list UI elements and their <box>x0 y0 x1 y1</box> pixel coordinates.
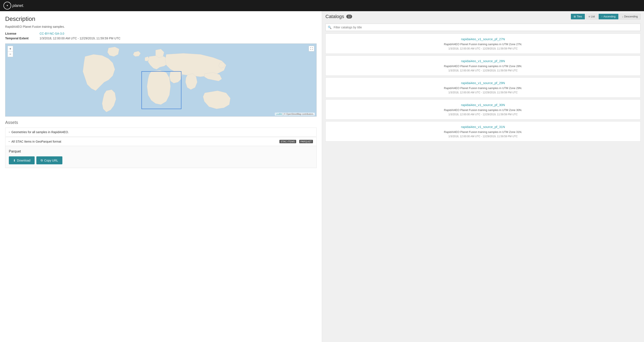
ascending-sort-button[interactable]: ↑ Ascending <box>598 14 618 19</box>
asset-badge-stac-items: STAC-ITEMS <box>280 140 296 143</box>
catalog-card-title[interactable]: rapidai4eo_v1_source_pf_29N <box>330 81 636 85</box>
catalog-card-title[interactable]: rapidai4eo_v1_source_pf_31N <box>330 125 636 129</box>
catalogs-list: rapidai4eo_v1_source_pf_27N RapidAI4EO P… <box>322 34 644 145</box>
catalog-card-title[interactable]: rapidai4eo_v1_source_pf_30N <box>330 103 636 107</box>
copy-url-button[interactable]: ⧉ Copy URL <box>36 156 62 164</box>
download-icon: ⬇ <box>13 159 16 162</box>
description-text: RapidAI4EO Planet Fusion training sample… <box>5 25 316 28</box>
catalog-card-desc: RapidAI4EO Planet Fusion training sample… <box>330 108 636 112</box>
logo-text: planet. <box>12 4 24 8</box>
logo[interactable]: ✦ planet. <box>4 2 24 10</box>
catalog-card-desc: RapidAI4EO Planet Fusion training sample… <box>330 130 636 134</box>
map-fullscreen-button[interactable]: ⛶ <box>309 46 314 52</box>
asset-item-2: › All STAC Items in GeoParquet format ST… <box>5 137 316 168</box>
assets-title: Assets <box>5 120 316 125</box>
app-header: ✦ planet. <box>0 0 644 11</box>
map-zoom-controls: + − <box>8 46 13 57</box>
catalogs-count-badge: 12 <box>346 15 352 18</box>
temporal-extent-value: 1/3/2018, 12:00:00 AM UTC - 12/29/2019, … <box>40 36 120 40</box>
temporal-extent-label: Temporal Extent <box>5 36 40 40</box>
asset-chevron-2: › <box>8 141 11 142</box>
leaflet-link[interactable]: Leaflet <box>276 113 282 115</box>
asset-chevron-1: › <box>9 130 10 134</box>
view-controls: ⊞ Tiles ≡ List ↑ Ascending ↓ Descending <box>571 14 640 19</box>
license-row: License CC-BY-NC-SA-3.0 <box>5 32 316 35</box>
catalog-card-date: 1/3/2018, 12:00:00 AM UTC - 12/29/2019, … <box>330 135 636 138</box>
catalog-card-date: 1/3/2018, 12:00:00 AM UTC - 12/29/2019, … <box>330 47 636 50</box>
catalogs-title-area: Catalogs 12 <box>326 14 352 19</box>
catalog-card[interactable]: rapidai4eo_v1_source_pf_31N RapidAI4EO P… <box>326 121 640 142</box>
catalog-card[interactable]: rapidai4eo_v1_source_pf_28N RapidAI4EO P… <box>326 56 640 76</box>
temporal-extent-row: Temporal Extent 1/3/2018, 12:00:00 AM UT… <box>5 36 316 40</box>
license-link[interactable]: CC-BY-NC-SA-3.0 <box>40 32 64 35</box>
asset-label-1: Geometries for all samples in RapidAI4EO… <box>12 130 313 134</box>
asset-badge-parquet: PARQUET <box>299 140 313 143</box>
map-zoom-out-button[interactable]: − <box>8 52 13 57</box>
license-label: License <box>5 32 40 35</box>
action-buttons: ⬇ Download ⧉ Copy URL <box>9 156 313 164</box>
map-container[interactable]: + − ⛶ Leaflet | © OpenStreetMap contribu… <box>5 44 316 116</box>
catalog-card[interactable]: rapidai4eo_v1_source_pf_27N RapidAI4EO P… <box>326 34 640 54</box>
ascending-icon: ↑ <box>602 15 603 18</box>
search-icon: 🔍 <box>326 24 334 31</box>
asset-header-2[interactable]: › All STAC Items in GeoParquet format ST… <box>6 137 316 146</box>
parquet-title: Parquet <box>9 150 313 153</box>
osm-attribution: © OpenStreetMap contributors. <box>284 113 314 115</box>
catalog-card[interactable]: rapidai4eo_v1_source_pf_30N RapidAI4EO P… <box>326 99 640 120</box>
tiles-icon: ⊞ <box>574 15 576 18</box>
catalog-card-title[interactable]: rapidai4eo_v1_source_pf_27N <box>330 37 636 41</box>
copy-icon: ⧉ <box>41 158 43 162</box>
map-attribution: Leaflet | © OpenStreetMap contributors. <box>275 113 315 116</box>
catalogs-title: Catalogs <box>326 14 344 19</box>
asset-expanded-2: Parquet ⬇ Download ⧉ Copy URL <box>6 146 316 168</box>
catalog-card-desc: RapidAI4EO Planet Fusion training sample… <box>330 64 636 68</box>
catalog-card-date: 1/3/2018, 12:00:00 AM UTC - 12/29/2019, … <box>330 91 636 94</box>
catalog-card-desc: RapidAI4EO Planet Fusion training sample… <box>330 86 636 90</box>
map-svg <box>6 44 316 116</box>
filter-input[interactable] <box>334 24 640 31</box>
catalog-card-title[interactable]: rapidai4eo_v1_source_pf_28N <box>330 59 636 63</box>
descending-icon: ↓ <box>622 15 623 18</box>
right-panel: Catalogs 12 ⊞ Tiles ≡ List ↑ Ascending ↓ <box>322 11 644 342</box>
asset-item-1: › Geometries for all samples in RapidAI4… <box>5 128 316 136</box>
list-view-button[interactable]: ≡ List <box>586 14 598 19</box>
page-title: Description <box>5 16 316 22</box>
left-panel: Description RapidAI4EO Planet Fusion tra… <box>0 11 322 342</box>
catalog-card-date: 1/3/2018, 12:00:00 AM UTC - 12/29/2019, … <box>330 113 636 116</box>
catalog-card-desc: RapidAI4EO Planet Fusion training sample… <box>330 42 636 46</box>
asset-header-1[interactable]: › Geometries for all samples in RapidAI4… <box>6 128 316 136</box>
license-value: CC-BY-NC-SA-3.0 <box>40 32 64 35</box>
filter-bar: 🔍 <box>322 22 644 34</box>
right-header: Catalogs 12 ⊞ Tiles ≡ List ↑ Ascending ↓ <box>322 11 644 22</box>
catalog-card[interactable]: rapidai4eo_v1_source_pf_29N RapidAI4EO P… <box>326 78 640 98</box>
asset-label-2: All STAC Items in GeoParquet format <box>12 140 276 143</box>
catalog-card-date: 1/3/2018, 12:00:00 AM UTC - 12/29/2019, … <box>330 69 636 72</box>
map-zoom-in-button[interactable]: + <box>8 46 13 52</box>
download-button[interactable]: ⬇ Download <box>9 156 35 164</box>
descending-sort-button[interactable]: ↓ Descending <box>619 14 640 19</box>
main-container: Description RapidAI4EO Planet Fusion tra… <box>0 11 644 342</box>
list-icon: ≡ <box>588 15 590 18</box>
logo-icon: ✦ <box>6 4 8 7</box>
filter-input-wrapper: 🔍 <box>326 24 640 31</box>
tiles-view-button[interactable]: ⊞ Tiles <box>571 14 585 19</box>
logo-circle: ✦ <box>4 2 11 10</box>
fullscreen-icon: ⛶ <box>310 47 313 50</box>
